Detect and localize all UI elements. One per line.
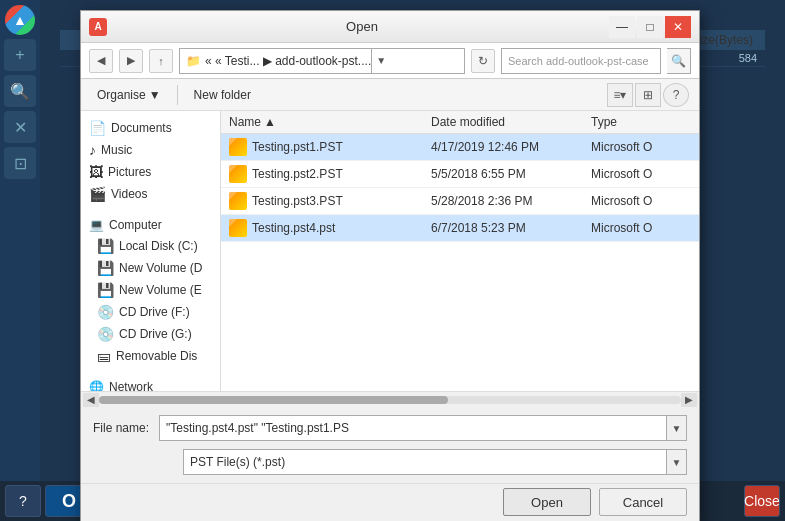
file-type-2: Microsoft O [591,167,691,181]
file-name-1: Testing.pst1.PST [252,140,343,154]
removable-icon: 🖴 [97,348,111,364]
nav-label-cd-drive-f: CD Drive (F:) [119,305,190,319]
pst-icon-2 [229,165,247,183]
nav-label-removable-dis: Removable Dis [116,349,197,363]
nav-item-cd-drive-g[interactable]: 💿 CD Drive (G:) [89,323,220,345]
scroll-left-btn[interactable]: ◀ [83,393,99,407]
grid-view-button[interactable]: ⊞ [635,83,661,107]
pst-icon-3 [229,192,247,210]
dialog-app-icon: A [89,18,107,36]
file-date-1: 4/17/2019 12:46 PM [431,140,591,154]
file-name-cell-3: Testing.pst3.PST [229,192,431,210]
file-name-cell-4: Testing.pst4.pst [229,219,431,237]
file-row-2[interactable]: Testing.pst2.PST 5/5/2018 6:55 PM Micros… [221,161,699,188]
nav-label-network: Network [109,380,153,391]
filename-dropdown-btn[interactable]: ▼ [667,415,687,441]
file-type-1: Microsoft O [591,140,691,154]
dialog-close-button[interactable]: ✕ [665,16,691,38]
search-submit-button[interactable]: 🔍 [667,48,691,74]
add-icon[interactable]: + [4,39,36,71]
file-row-1[interactable]: Testing.pst1.PST 4/17/2019 12:46 PM Micr… [221,134,699,161]
open-file-dialog: A Open — □ ✕ ◀ ▶ ↑ 📁 « « Testi... ▶ add-… [80,10,700,521]
nav-item-new-volume-e[interactable]: 💾 New Volume (E [89,279,220,301]
computer-icon: 💻 [89,218,104,232]
address-dropdown-btn[interactable]: ▼ [371,49,390,73]
new-folder-button[interactable]: New folder [188,83,257,107]
scroll-thumb[interactable] [99,396,448,404]
search-box[interactable]: Search add-outlook-pst-case [501,48,661,74]
col-header-type[interactable]: Type [591,115,691,129]
toolbar-separator [177,85,178,105]
nav-item-local-disk-c[interactable]: 💾 Local Disk (C:) [89,235,220,257]
nav-item-removable-dis[interactable]: 🖴 Removable Dis [89,345,220,367]
app-logo-icon: ▲ [5,5,35,35]
action-row: Open Cancel [81,483,699,521]
nav-item-cd-drive-f[interactable]: 💿 CD Drive (F:) [89,301,220,323]
cd-g-icon: 💿 [97,326,114,342]
minimize-button[interactable]: — [609,16,635,38]
nav-item-computer[interactable]: 💻 Computer [81,213,220,235]
back-button[interactable]: ◀ [89,49,113,73]
pst-icon-4 [229,219,247,237]
nav-label-music: Music [101,143,132,157]
cancel-button[interactable]: Cancel [599,488,687,516]
export-icon[interactable]: ⊡ [4,147,36,179]
nav-label-local-disk-c: Local Disk (C:) [119,239,198,253]
address-bar: ◀ ▶ ↑ 📁 « « Testi... ▶ add-outlook-pst..… [81,43,699,79]
horizontal-scrollbar[interactable]: ◀ ▶ [81,391,699,407]
filename-input[interactable] [159,415,667,441]
organise-button[interactable]: Organise ▼ [91,83,167,107]
documents-icon: 📄 [89,120,106,136]
file-row-3[interactable]: Testing.pst3.PST 5/28/2018 2:36 PM Micro… [221,188,699,215]
nav-item-videos[interactable]: 🎬 Videos [81,183,220,205]
file-date-2: 5/5/2018 6:55 PM [431,167,591,181]
nav-panel: 📄 Documents ♪ Music 🖼 Pictures 🎬 Videos … [81,111,221,391]
help-button[interactable]: ? [663,83,689,107]
nav-item-music[interactable]: ♪ Music [81,139,220,161]
open-button[interactable]: Open [503,488,591,516]
file-name-2: Testing.pst2.PST [252,167,343,181]
taskbar-help-btn[interactable]: ? [5,485,41,517]
search-icon[interactable]: 🔍 [4,75,36,107]
file-name-3: Testing.pst3.PST [252,194,343,208]
dialog-body: 📄 Documents ♪ Music 🖼 Pictures 🎬 Videos … [81,111,699,391]
up-button[interactable]: ↑ [149,49,173,73]
nav-item-pictures[interactable]: 🖼 Pictures [81,161,220,183]
pst-icon-1 [229,138,247,156]
sidebar: ▲ + 🔍 ✕ ⊡ [0,0,40,481]
file-date-4: 6/7/2018 5:23 PM [431,221,591,235]
scroll-track[interactable] [99,396,681,404]
nav-label-videos: Videos [111,187,147,201]
cd-f-icon: 💿 [97,304,114,320]
file-row-4[interactable]: Testing.pst4.pst 6/7/2018 5:23 PM Micros… [221,215,699,242]
nav-label-computer: Computer [109,218,162,232]
dialog-titlebar: A Open — □ ✕ [81,11,699,43]
videos-icon: 🎬 [89,186,106,202]
file-name-cell-2: Testing.pst2.PST [229,165,431,183]
scroll-right-btn[interactable]: ▶ [681,393,697,407]
nav-item-new-volume-d[interactable]: 💾 New Volume (D [89,257,220,279]
volume-d-icon: 💾 [97,260,114,276]
filename-input-wrapper: ▼ [159,415,687,441]
forward-button[interactable]: ▶ [119,49,143,73]
pictures-icon: 🖼 [89,164,103,180]
list-view-button[interactable]: ≡▾ [607,83,633,107]
col-header-date[interactable]: Date modified [431,115,591,129]
nav-item-network[interactable]: 🌐 Network [81,375,220,391]
file-name-cell-1: Testing.pst1.PST [229,138,431,156]
file-date-3: 5/28/2018 2:36 PM [431,194,591,208]
volume-e-icon: 💾 [97,282,114,298]
col-header-name[interactable]: Name ▲ [229,115,431,129]
nav-label-documents: Documents [111,121,172,135]
taskbar-close-btn[interactable]: Close [744,485,780,517]
address-path[interactable]: 📁 « « Testi... ▶ add-outlook-pst.... ▼ [179,48,465,74]
maximize-button[interactable]: □ [637,16,663,38]
refresh-button[interactable]: ↻ [471,49,495,73]
nav-children-computer: 💾 Local Disk (C:) 💾 New Volume (D 💾 New … [81,235,220,367]
dialog-win-controls: — □ ✕ [609,16,691,38]
filetype-select[interactable]: PST File(s) (*.pst) [183,449,667,475]
nav-item-documents[interactable]: 📄 Documents [81,117,220,139]
dialog-toolbar: Organise ▼ New folder ≡▾ ⊞ ? [81,79,699,111]
close-x-icon[interactable]: ✕ [4,111,36,143]
filetype-dropdown-btn[interactable]: ▼ [667,449,687,475]
